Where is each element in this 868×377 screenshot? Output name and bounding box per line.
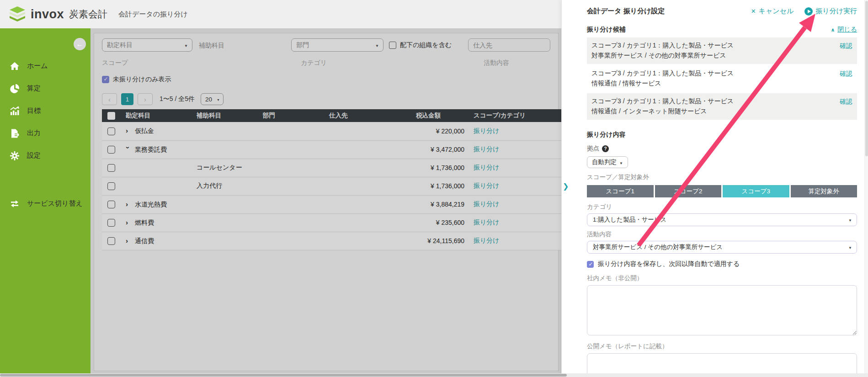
close-label: 閉じる	[837, 26, 857, 34]
confirm-link[interactable]: 確認	[840, 69, 852, 79]
brand-logo[interactable]: invox 炭素会計	[8, 6, 107, 22]
panel-collapse-chevron-icon[interactable]: ❯	[563, 182, 569, 191]
sidebar-item-label: 算定	[27, 84, 41, 93]
chevron-up-icon: ∧	[831, 27, 835, 33]
play-icon	[804, 7, 813, 16]
internal-memo-label: 社内メモ（非公開）	[587, 274, 857, 282]
internal-memo-textarea[interactable]	[587, 285, 857, 335]
scope1-button[interactable]: スコープ1	[587, 185, 654, 197]
app-root: invox 炭素会計 会計データの振り分け ← ホーム	[0, 0, 868, 377]
close-x-icon: ✕	[751, 8, 756, 15]
bar-chart-icon	[9, 106, 20, 116]
scope-section-label: スコープ／算定対象外	[587, 173, 857, 181]
chevron-down-icon: ▼	[848, 218, 852, 223]
help-icon[interactable]: ?	[602, 145, 609, 152]
public-memo-label: 公開メモ（レポートに記載）	[587, 342, 857, 350]
candidate-activity-line: 対事業所サービス / その他の対事業所サービス	[591, 50, 833, 60]
sidebar-item-calculation[interactable]: 算定	[0, 77, 91, 100]
scope-button-group: スコープ1 スコープ2 スコープ3 算定対象外	[587, 185, 857, 197]
candidates-header: 振り分け候補 ∧ 閉じる	[587, 26, 857, 34]
sidebar-item-label: 出力	[27, 129, 41, 138]
arrow-left-icon: ←	[76, 40, 84, 48]
confirm-link[interactable]: 確認	[840, 96, 852, 106]
candidate-scope-line: スコープ3 / カテゴリ1：購入した製品・サービス	[591, 40, 833, 50]
vertical-scrollbar-thumb[interactable]	[865, 1, 868, 156]
brand-suffix: 炭素会計	[69, 8, 107, 21]
activity-select-value: 対事業所サービス / その他の対事業所サービス	[593, 243, 723, 251]
candidates-title: 振り分け候補	[587, 26, 626, 34]
sidebar-nav: ホーム 算定	[0, 55, 91, 215]
category-field-label: カテゴリ	[587, 203, 857, 211]
candidate-activity-line: 情報通信 / 情報サービス	[591, 78, 833, 88]
category-select-value: 1:購入した製品・サービス	[593, 216, 666, 224]
out-of-scope-button[interactable]: 算定対象外	[791, 185, 857, 197]
candidate-activity-line: 情報通信 / インターネット附随サービス	[591, 106, 833, 116]
candidate-scope-line: スコープ3 / カテゴリ1：購入した製品・サービス	[591, 68, 833, 78]
panel-title: 会計データ 振り分け設定	[587, 7, 665, 16]
chevron-down-icon: ▼	[848, 246, 852, 250]
sidebar-item-label: サービス切り替え	[27, 199, 83, 208]
modal-dim-overlay	[91, 28, 561, 377]
scope2-button[interactable]: スコープ2	[655, 185, 722, 197]
sidebar-item-output[interactable]: 出力	[0, 122, 91, 144]
allocation-settings-panel: ❯ 会計データ 振り分け設定 ✕ キャンセル 振り分け実行 振り分け候補 ∧ 閉…	[561, 0, 868, 377]
panel-actions: ✕ キャンセル 振り分け実行	[751, 7, 857, 16]
sidebar-item-label: 設定	[27, 151, 41, 160]
top-bar: invox 炭素会計 会計データの振り分け	[0, 0, 561, 28]
sidebar-item-label: ホーム	[27, 62, 48, 70]
activity-select[interactable]: 対事業所サービス / その他の対事業所サービス ▼	[587, 241, 857, 254]
sidebar-item-settings[interactable]: 設定	[0, 144, 91, 167]
base-select-value: 自動判定	[592, 158, 617, 166]
chevron-down-icon: ▼	[619, 161, 623, 165]
brand-name: invox	[31, 7, 64, 21]
cancel-button[interactable]: ✕ キャンセル	[751, 7, 794, 16]
nav-current-page[interactable]: 会計データの振り分け	[118, 10, 188, 19]
switch-icon	[9, 198, 20, 209]
save-setting-checkbox[interactable]	[587, 261, 594, 268]
confirm-link[interactable]: 確認	[840, 41, 852, 51]
pie-chart-icon	[9, 83, 20, 94]
category-select[interactable]: 1:購入した製品・サービス ▼	[587, 213, 857, 226]
gear-icon	[9, 150, 20, 161]
candidate-item[interactable]: スコープ3 / カテゴリ1：購入した製品・サービス 情報通信 / インターネット…	[587, 93, 857, 120]
execute-allocation-button[interactable]: 振り分け実行	[804, 7, 857, 16]
candidate-item[interactable]: スコープ3 / カテゴリ1：購入した製品・サービス 情報通信 / 情報サービス …	[587, 65, 857, 92]
base-label: 拠点	[587, 144, 599, 153]
close-candidates-link[interactable]: ∧ 閉じる	[831, 26, 857, 34]
save-setting-option: 振り分け内容を保存し、次回以降自動で適用する	[587, 260, 857, 268]
panel-header: 会計データ 振り分け設定 ✕ キャンセル 振り分け実行	[587, 7, 857, 16]
sidebar-item-label: 目標	[27, 106, 41, 115]
sidebar: ← ホーム 算定	[0, 28, 91, 377]
base-field-label: 拠点 ?	[587, 144, 857, 153]
invox-logo-icon	[8, 6, 27, 22]
sidebar-item-home[interactable]: ホーム	[0, 55, 91, 77]
activity-field-label: 活動内容	[587, 230, 857, 239]
export-icon	[9, 128, 20, 138]
sidebar-collapse-button[interactable]: ←	[74, 38, 86, 50]
home-icon	[9, 61, 20, 71]
candidates-list: スコープ3 / カテゴリ1：購入した製品・サービス 対事業所サービス / その他…	[587, 37, 857, 120]
candidate-scope-line: スコープ3 / カテゴリ1：購入した製品・サービス	[591, 96, 833, 106]
sidebar-item-service-switch[interactable]: サービス切り替え	[0, 192, 91, 215]
base-select[interactable]: 自動判定 ▼	[587, 156, 628, 168]
cancel-label: キャンセル	[759, 7, 794, 16]
scope3-button[interactable]: スコープ3	[723, 185, 789, 197]
save-setting-label: 振り分け内容を保存し、次回以降自動で適用する	[598, 260, 740, 268]
execute-label: 振り分け実行	[815, 7, 857, 16]
sidebar-item-target[interactable]: 目標	[0, 100, 91, 122]
horizontal-scrollbar-thumb[interactable]	[0, 374, 567, 377]
allocation-content-title: 振り分け内容	[587, 131, 857, 139]
candidate-item[interactable]: スコープ3 / カテゴリ1：購入した製品・サービス 対事業所サービス / その他…	[587, 37, 857, 64]
horizontal-scrollbar[interactable]	[0, 373, 868, 377]
main-content: 勘定科目 ▼ 部門 ▼ 配下の組織を含む スコープ カテゴリ 活動内容	[91, 28, 561, 377]
vertical-scrollbar[interactable]	[864, 0, 868, 373]
